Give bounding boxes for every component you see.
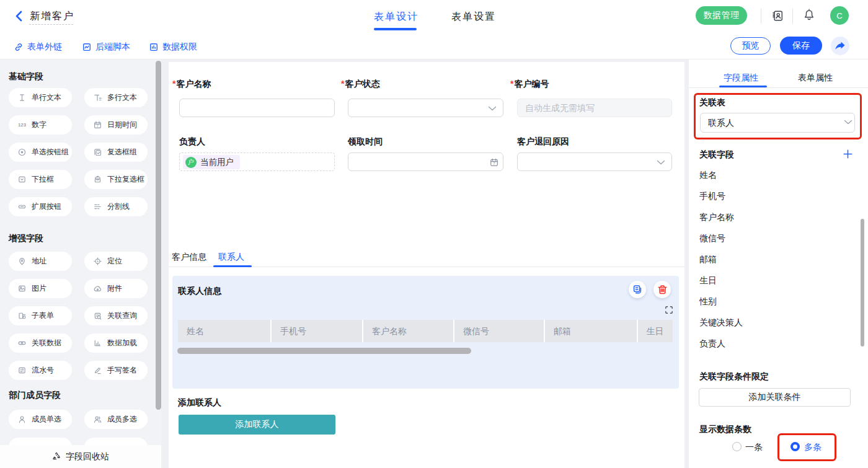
svg-text:7: 7 <box>97 124 99 128</box>
svg-text:123: 123 <box>18 122 26 128</box>
svg-text:7: 7 <box>493 161 495 166</box>
